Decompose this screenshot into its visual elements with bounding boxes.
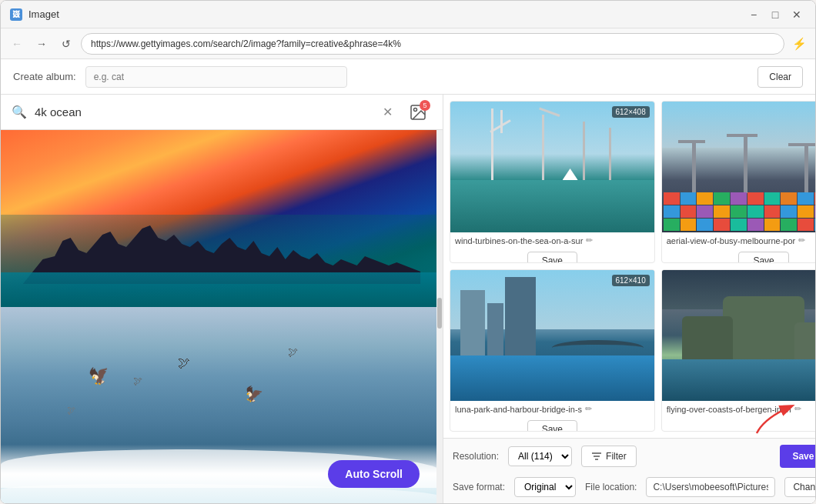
search-icon: 🔍 bbox=[12, 105, 27, 119]
bookmark-button[interactable]: ⚡ bbox=[789, 34, 809, 54]
dimension-badge-1: 612×408 bbox=[612, 106, 650, 118]
image-card: 612×408 wind-turbines-on-the-sea-on-a-su… bbox=[450, 101, 655, 263]
change-button[interactable]: Change bbox=[784, 477, 815, 497]
search-clear-button[interactable]: ✕ bbox=[378, 103, 396, 122]
left-panel: 🔍 ✕ 5 bbox=[1, 95, 443, 503]
scroll-thumb[interactable] bbox=[437, 298, 442, 329]
filter-icon bbox=[591, 451, 602, 462]
edit-icon-2[interactable]: ✏ bbox=[798, 235, 805, 245]
image-card-4: 612×344 flying-over-coasts-of-bergen-in-… bbox=[661, 269, 815, 432]
image-info-1: wind-turbines-on-the-sea-on-a-sur ✏ bbox=[450, 232, 654, 249]
bottom-image[interactable]: 🦅 🕊 🦅 🕊 🕊 🕊 Auto Scroll bbox=[1, 307, 443, 503]
save-button-1[interactable]: Save bbox=[527, 252, 577, 263]
edit-icon-1[interactable]: ✏ bbox=[586, 235, 593, 245]
image-thumb-2[interactable]: 612×408 bbox=[662, 102, 815, 232]
image-info-2: aerial-view-of-busy-melbourne-por ✏ bbox=[662, 232, 815, 249]
image-thumb-1[interactable]: 612×408 bbox=[450, 102, 654, 232]
reload-button[interactable]: ↺ bbox=[56, 34, 76, 54]
auto-scroll-button[interactable]: Auto Scroll bbox=[328, 460, 420, 488]
main-content: 🔍 ✕ 5 bbox=[1, 95, 815, 503]
image-search-badge: 5 bbox=[420, 100, 430, 111]
close-button[interactable]: ✕ bbox=[788, 5, 806, 24]
forward-button[interactable]: → bbox=[32, 34, 52, 54]
svg-point-1 bbox=[414, 108, 417, 111]
image-thumb-4[interactable]: 612×344 bbox=[662, 270, 815, 401]
filter-button[interactable]: Filter bbox=[581, 446, 637, 467]
search-bar: 🔍 ✕ 5 bbox=[1, 95, 443, 130]
app-title: Imaget bbox=[28, 8, 59, 20]
format-label: Save format: bbox=[453, 482, 505, 492]
right-panel: 612×408 wind-turbines-on-the-sea-on-a-su… bbox=[443, 95, 815, 503]
image-info-3: luna-park-and-harbour-bridge-in-s ✏ bbox=[450, 401, 654, 417]
clear-button[interactable]: Clear bbox=[757, 66, 803, 88]
image-card-3: 612×410 luna-park-and-harbour-bridge-in-… bbox=[450, 269, 655, 432]
albumbar: Create album: Clear bbox=[1, 59, 815, 95]
minimize-button[interactable]: − bbox=[744, 5, 763, 24]
image-card-2: 612×408 aerial-view-of-busy-melbourne-po… bbox=[661, 101, 815, 263]
maximize-button[interactable]: □ bbox=[766, 5, 784, 24]
dimension-badge-3: 612×410 bbox=[612, 275, 650, 286]
filename-3: luna-park-and-harbour-bridge-in-s ✏ bbox=[455, 404, 650, 414]
save-button-2[interactable]: Save bbox=[738, 252, 788, 263]
save-button-3[interactable]: Save bbox=[527, 420, 577, 432]
edit-icon-3[interactable]: ✏ bbox=[585, 404, 592, 414]
save-btn-row-3: Save bbox=[450, 417, 654, 432]
window-controls: − □ ✕ bbox=[744, 5, 806, 24]
images-area: 🦅 🕊 🦅 🕊 🕊 🕊 Auto Scroll bbox=[1, 130, 443, 503]
url-input[interactable] bbox=[81, 33, 784, 55]
edit-icon-4[interactable]: ✏ bbox=[794, 404, 801, 414]
bottom-bar: Resolution: All (114) Filter bbox=[443, 438, 815, 503]
images-grid: 612×408 wind-turbines-on-the-sea-on-a-su… bbox=[443, 95, 815, 438]
app-window: 🖼 Imaget − □ ✕ ← → ↺ ⚡ Create album: Cle… bbox=[0, 0, 816, 504]
search-input[interactable] bbox=[35, 105, 370, 118]
image-thumb-3[interactable]: 612×410 bbox=[450, 270, 654, 401]
app-icon: 🖼 bbox=[10, 8, 22, 21]
addressbar: ← → ↺ ⚡ bbox=[1, 28, 815, 59]
filename-1: wind-turbines-on-the-sea-on-a-sur ✏ bbox=[455, 235, 650, 245]
resolution-select[interactable]: All (114) bbox=[508, 446, 572, 466]
resolution-label: Resolution: bbox=[453, 451, 499, 462]
album-input[interactable] bbox=[85, 66, 347, 88]
top-image[interactable] bbox=[1, 130, 443, 307]
scroll-track[interactable] bbox=[436, 130, 443, 503]
save-btn-row-1: Save bbox=[450, 249, 654, 263]
save-btn-row-2: Save bbox=[662, 249, 815, 263]
filename-2: aerial-view-of-busy-melbourne-por ✏ bbox=[667, 235, 815, 245]
file-location-input[interactable] bbox=[646, 477, 775, 497]
image-info-4: flying-over-coasts-of-bergen-in-th ✏ bbox=[662, 401, 815, 417]
back-button[interactable]: ← bbox=[7, 34, 27, 54]
filename-4: flying-over-coasts-of-bergen-in-th ✏ bbox=[667, 404, 815, 414]
bottom-row-2: Save format: Original File location: Cha… bbox=[443, 474, 815, 503]
titlebar: 🖼 Imaget − □ ✕ bbox=[1, 1, 815, 28]
album-label: Create album: bbox=[13, 71, 76, 82]
format-select[interactable]: Original bbox=[514, 477, 576, 497]
image-search-button[interactable]: 5 bbox=[404, 98, 432, 126]
right-panel-wrapper: 612×408 wind-turbines-on-the-sea-on-a-su… bbox=[443, 95, 815, 503]
file-location-label: File location: bbox=[585, 482, 637, 492]
save-all-button[interactable]: Save all (114) bbox=[780, 445, 815, 468]
bottom-row-1: Resolution: All (114) Filter bbox=[443, 439, 815, 474]
